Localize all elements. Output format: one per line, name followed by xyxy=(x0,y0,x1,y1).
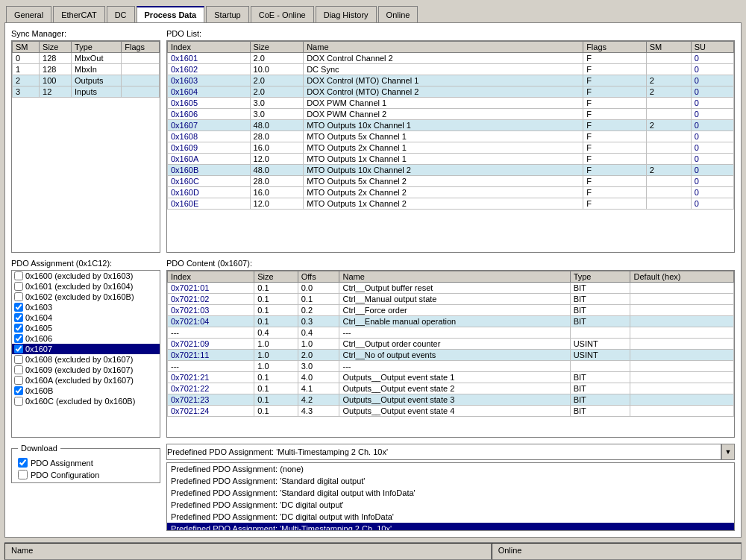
pdo-index-cell: 0x160E xyxy=(168,198,251,210)
pdo-assignment-item[interactable]: 0x1600 (excluded by 0x1603) xyxy=(12,271,160,281)
assignment-checkbox[interactable] xyxy=(14,376,23,385)
assignment-checkbox[interactable] xyxy=(14,282,23,291)
pdo-assignment-item[interactable]: 0x1607 xyxy=(12,344,160,354)
table-row[interactable]: 0x160B 48.0 MTO Outputs 10x Channel 2 F … xyxy=(168,165,734,176)
predefined-dropdown-input[interactable] xyxy=(166,444,721,460)
table-row[interactable]: --- 1.0 3.0 --- xyxy=(168,361,734,372)
assignment-label: 0x160B xyxy=(25,386,53,395)
table-row[interactable]: 2 100 Outputs xyxy=(13,75,160,86)
tab-dc[interactable]: DC xyxy=(107,6,135,22)
pdo-assignment-list[interactable]: 0x1600 (excluded by 0x1603)0x1601 (exclu… xyxy=(11,270,160,438)
pdo-assignment-item[interactable]: 0x1609 (excluded by 0x1607) xyxy=(12,365,160,375)
table-row[interactable]: 0x1605 3.0 DOX PWM Channel 1 F 0 xyxy=(168,98,734,109)
table-row[interactable]: 0x1604 2.0 DOX Control (MTO) Channel 2 F… xyxy=(168,86,734,98)
table-row[interactable]: 0x1609 16.0 MTO Outputs 2x Channel 1 F 0 xyxy=(168,142,734,154)
pdo-flags-cell: F xyxy=(583,98,647,109)
pdo-su-cell: 0 xyxy=(691,109,733,120)
pdo-assignment-item[interactable]: 0x1601 (excluded by 0x1604) xyxy=(12,281,160,292)
assignment-checkbox[interactable] xyxy=(14,303,23,312)
table-row[interactable]: 0x160E 12.0 MTO Outputs 1x Channel 2 F 0 xyxy=(168,198,734,210)
table-row[interactable]: 0x1601 2.0 DOX Control Channel 2 F 0 xyxy=(168,53,734,64)
table-row[interactable]: 0x1607 48.0 MTO Outputs 10x Channel 1 F … xyxy=(168,120,734,131)
pc-type-cell: BIT xyxy=(570,305,630,316)
sm-type-cell: MbxIn xyxy=(72,64,122,75)
assignment-checkbox[interactable] xyxy=(14,397,23,406)
table-row[interactable]: 0x7021:11 1.0 2.0 Ctrl__No of output eve… xyxy=(168,350,734,361)
predefined-list[interactable]: Predefined PDO Assignment: (none)Predefi… xyxy=(166,462,735,531)
assignment-checkbox[interactable] xyxy=(14,292,23,301)
pc-default-cell xyxy=(630,283,734,294)
table-row[interactable]: 0x7021:01 0.1 0.0 Ctrl__Output buffer re… xyxy=(168,283,734,294)
table-row[interactable]: 0x7021:02 0.1 0.1 Ctrl__Manual output st… xyxy=(168,294,734,305)
assignment-checkbox[interactable] xyxy=(14,355,23,364)
predefined-item[interactable]: Predefined PDO Assignment: (none) xyxy=(167,463,734,475)
sm-cell: 0 xyxy=(13,53,40,64)
predefined-item[interactable]: Predefined PDO Assignment: 'Standard dig… xyxy=(167,475,734,487)
table-row[interactable]: 0x1602 10.0 DC Sync F 0 xyxy=(168,64,734,75)
assignment-checkbox[interactable] xyxy=(14,345,23,353)
pdo-assignment-item[interactable]: 0x1608 (excluded by 0x1607) xyxy=(12,354,160,365)
table-row[interactable]: 0x160A 12.0 MTO Outputs 1x Channel 1 F 0 xyxy=(168,154,734,165)
predefined-item[interactable]: Predefined PDO Assignment: 'Multi-Timest… xyxy=(167,523,734,531)
assignment-label: 0x160C (excluded by 0x160B) xyxy=(25,397,135,406)
pc-default-cell xyxy=(630,406,734,417)
tab-coe-online[interactable]: CoE - Online xyxy=(251,6,314,22)
pdo-configuration-checkbox[interactable] xyxy=(18,470,28,479)
tab-general[interactable]: General xyxy=(6,6,51,22)
pdo-assignment-item[interactable]: 0x160C (excluded by 0x160B) xyxy=(12,396,160,406)
predefined-item[interactable]: Predefined PDO Assignment: 'DC digital o… xyxy=(167,511,734,523)
pdo-assignment-label: PDO Assignment (0x1C12): xyxy=(11,259,160,268)
pdo-sm-cell xyxy=(646,53,691,64)
table-row[interactable]: 0x160D 16.0 MTO Outputs 2x Channel 2 F 0 xyxy=(168,187,734,198)
tab-online[interactable]: Online xyxy=(378,6,419,22)
table-row[interactable]: 0 128 MbxOut xyxy=(13,53,160,64)
pdo-assignment-item[interactable]: 0x1606 xyxy=(12,333,160,344)
predefined-dropdown-arrow[interactable]: ▼ xyxy=(721,444,735,460)
pdo-assignment-item[interactable]: 0x160B xyxy=(12,386,160,396)
table-row[interactable]: 0x7021:04 0.1 0.3 Ctrl__Enable manual op… xyxy=(168,316,734,327)
table-row[interactable]: 0x7021:21 0.1 4.0 Outputs__Output event … xyxy=(168,372,734,383)
assignment-checkbox[interactable] xyxy=(14,313,23,322)
pdo-list-table-container[interactable]: Index Size Name Flags SM SU 0x1601 2.0 D… xyxy=(166,40,735,253)
table-row[interactable]: 0x7021:09 1.0 1.0 Ctrl__Output order cou… xyxy=(168,339,734,350)
table-row[interactable]: 0x1603 2.0 DOX Control (MTO) Channel 1 F… xyxy=(168,75,734,86)
table-row[interactable]: 0x7021:03 0.1 0.2 Ctrl__Force order BIT xyxy=(168,305,734,316)
table-row[interactable]: 0x160C 28.0 MTO Outputs 5x Channel 2 F 0 xyxy=(168,176,734,187)
table-row[interactable]: 0x1608 28.0 MTO Outputs 5x Channel 1 F 0 xyxy=(168,131,734,142)
tab-startup[interactable]: Startup xyxy=(206,6,248,22)
predefined-item[interactable]: Predefined PDO Assignment: 'DC digital o… xyxy=(167,499,734,511)
sync-manager-table-container[interactable]: SM Size Type Flags 0 128 MbxOut 1 128 Mb… xyxy=(11,40,160,253)
pc-offs-cell: 0.1 xyxy=(298,294,339,305)
pc-type-cell: BIT xyxy=(570,383,630,394)
pdo-sm-cell: 2 xyxy=(646,75,691,86)
table-row[interactable]: 0x7021:23 0.1 4.2 Outputs__Output event … xyxy=(168,394,734,406)
table-row[interactable]: 3 12 Inputs xyxy=(13,86,160,98)
pdo-assignment-item[interactable]: 0x1603 xyxy=(12,302,160,312)
tab-ethercat[interactable]: EtherCAT xyxy=(53,6,104,22)
tab-process-data[interactable]: Process Data xyxy=(137,6,205,22)
pc-col-offs: Offs xyxy=(298,271,339,283)
assignment-checkbox[interactable] xyxy=(14,386,23,395)
pdo-assignment-item[interactable]: 0x1605 xyxy=(12,323,160,333)
pdo-sm-cell xyxy=(646,98,691,109)
pc-index-cell: 0x7021:24 xyxy=(168,406,254,417)
pdo-content-table-container[interactable]: Index Size Offs Name Type Default (hex) … xyxy=(166,270,735,438)
assignment-checkbox[interactable] xyxy=(14,271,23,280)
assignment-checkbox[interactable] xyxy=(14,324,23,333)
table-row[interactable]: --- 0.4 0.4 --- xyxy=(168,327,734,339)
table-row[interactable]: 1 128 MbxIn xyxy=(13,64,160,75)
table-row[interactable]: 0x1606 3.0 DOX PWM Channel 2 F 0 xyxy=(168,109,734,120)
main-container: General EtherCAT DC Process Data Startup… xyxy=(0,0,746,560)
table-row[interactable]: 0x7021:24 0.1 4.3 Outputs__Output event … xyxy=(168,406,734,417)
predefined-item[interactable]: Predefined PDO Assignment: 'Standard dig… xyxy=(167,487,734,499)
tab-diag-history[interactable]: Diag History xyxy=(316,6,377,22)
pc-type-cell: BIT xyxy=(570,406,630,417)
table-row[interactable]: 0x7021:22 0.1 4.1 Outputs__Output event … xyxy=(168,383,734,394)
pdo-assignment-item[interactable]: 0x160A (excluded by 0x1607) xyxy=(12,375,160,386)
assignment-checkbox[interactable] xyxy=(14,365,23,374)
pdo-assignment-checkbox[interactable] xyxy=(18,458,28,468)
assignment-checkbox[interactable] xyxy=(14,334,23,343)
pc-type-cell: USINT xyxy=(570,339,630,350)
pdo-assignment-item[interactable]: 0x1604 xyxy=(12,312,160,323)
pdo-assignment-item[interactable]: 0x1602 (excluded by 0x160B) xyxy=(12,292,160,302)
